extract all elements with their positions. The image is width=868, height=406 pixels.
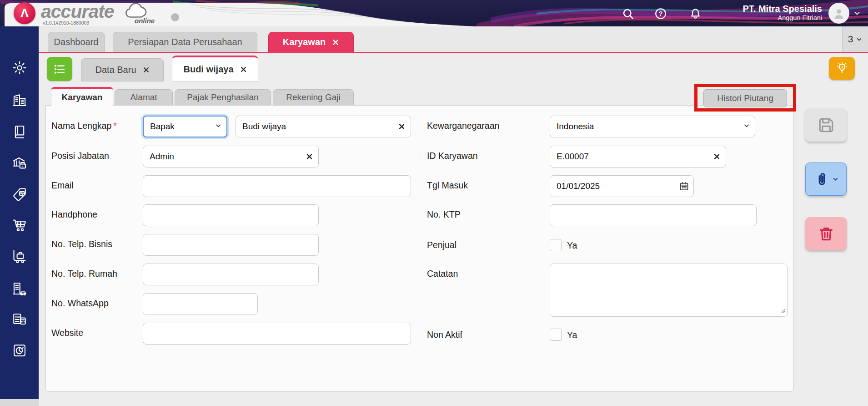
lightbulb-icon xyxy=(835,61,849,75)
clear-icon[interactable] xyxy=(713,153,720,160)
non-aktif-label: Non Aktif xyxy=(427,330,462,340)
delete-trash-icon xyxy=(817,225,835,243)
website-input[interactable] xyxy=(143,323,411,345)
section-tab-label: Pajak Penghasilan xyxy=(187,92,258,102)
avatar[interactable] xyxy=(828,3,849,24)
close-icon[interactable] xyxy=(240,66,247,73)
record-list-button[interactable] xyxy=(47,57,72,81)
posisi-jabatan-field xyxy=(143,146,319,167)
telp-bisnis-label: No. Telp. Bisnis xyxy=(51,239,112,249)
required-asterisk: * xyxy=(113,121,117,131)
karyawan-form-card: Nama Lengkap* Posisi Jabatan Email Handp… xyxy=(45,105,794,392)
clear-icon[interactable] xyxy=(306,153,313,160)
record-tab-budi-wijaya[interactable]: Budi wijaya xyxy=(172,56,258,81)
telp-bisnis-field xyxy=(143,234,319,256)
nav-sidebar: Rp xyxy=(0,26,39,399)
company-buildings-icon[interactable] xyxy=(10,91,29,110)
app-header: Λ accurate v1.0.1#2910-1880003 online ? … xyxy=(0,0,868,26)
nama-lengkap-field xyxy=(236,116,411,137)
id-karyawan-label: ID Karyawan xyxy=(427,151,478,161)
hint-lightbulb-button[interactable] xyxy=(829,57,855,80)
svg-text:Rp: Rp xyxy=(20,192,24,195)
handphone-label: Handphone xyxy=(51,209,97,220)
catatan-field xyxy=(550,264,788,317)
section-tab-label: Karyawan xyxy=(62,92,103,102)
non-aktif-checkbox-label: Ya xyxy=(567,330,577,340)
company-name: PT. Mitra Spesialis xyxy=(709,3,822,14)
nama-lengkap-input[interactable] xyxy=(236,116,411,137)
kewarganegaraan-select[interactable]: Indonesia xyxy=(550,116,755,137)
save-floppy-icon xyxy=(816,115,836,135)
save-button[interactable] xyxy=(805,108,847,142)
telp-rumah-field xyxy=(143,264,319,285)
purchase-cart-icon[interactable] xyxy=(10,216,29,235)
no-ktp-input[interactable] xyxy=(550,204,757,226)
asset-building-car-icon[interactable] xyxy=(10,279,29,298)
penjual-checkbox-label: Ya xyxy=(567,240,577,251)
section-tab-alamat[interactable]: Alamat xyxy=(115,89,173,106)
help-icon[interactable]: ? xyxy=(652,5,669,22)
clear-icon[interactable] xyxy=(398,123,405,130)
tab-label: Persiapan Data Perusahaan xyxy=(128,37,242,47)
penjual-checkbox[interactable] xyxy=(550,239,562,251)
bell-icon[interactable] xyxy=(687,5,704,22)
record-tab-label: Data Baru xyxy=(95,65,136,75)
tax-documents-icon[interactable]: TAX xyxy=(10,310,29,329)
calendar-icon[interactable] xyxy=(679,181,689,192)
email-field xyxy=(143,175,411,197)
whatsapp-label: No. WhatsApp xyxy=(51,298,109,309)
attachment-button[interactable] xyxy=(805,162,847,196)
search-icon[interactable] xyxy=(619,5,637,22)
open-tabs-count[interactable]: 3 xyxy=(842,26,868,52)
chevron-down-icon xyxy=(856,36,863,43)
list-icon xyxy=(53,62,66,76)
catatan-label: Catatan xyxy=(427,269,458,279)
record-tab-data-baru[interactable]: Data Baru xyxy=(81,58,164,81)
section-tab-histori-piutang[interactable]: Histori Piutang xyxy=(703,89,787,107)
section-tab-label: Rekening Gaji xyxy=(286,92,340,102)
kewarganegaraan-select-value: Indonesia xyxy=(557,122,594,132)
close-icon[interactable] xyxy=(332,39,339,46)
telp-bisnis-input[interactable] xyxy=(143,234,319,256)
telp-rumah-label: No. Telp. Rumah xyxy=(51,269,117,279)
tab-persiapan-data-perusahaan[interactable]: Persiapan Data Perusahaan xyxy=(113,32,257,52)
chevron-down-icon xyxy=(832,176,839,183)
handphone-field xyxy=(143,204,319,226)
tab-label: Karyawan xyxy=(283,37,326,47)
bank-cash-icon[interactable] xyxy=(10,153,29,173)
count-label: 3 xyxy=(848,34,853,45)
svg-text:TAX: TAX xyxy=(15,315,20,318)
section-tab-rekening-gaji[interactable]: Rekening Gaji xyxy=(273,89,354,106)
non-aktif-checkbox[interactable] xyxy=(550,329,562,341)
tab-dashboard[interactable]: Dashboard xyxy=(48,32,105,52)
ledger-book-icon[interactable] xyxy=(10,122,29,141)
settings-gear-icon[interactable] xyxy=(10,58,29,77)
email-input[interactable] xyxy=(143,175,411,197)
sidebar-footer xyxy=(0,399,39,406)
id-karyawan-input[interactable] xyxy=(550,146,726,167)
tab-karyawan[interactable]: Karyawan xyxy=(268,32,354,52)
tgl-masuk-input[interactable] xyxy=(550,175,694,197)
title-select-value: Bapak xyxy=(150,122,175,132)
telp-rumah-input[interactable] xyxy=(143,264,319,285)
posisi-jabatan-input[interactable] xyxy=(143,146,319,167)
catatan-textarea[interactable] xyxy=(550,264,788,317)
chevron-down-icon xyxy=(215,122,222,132)
website-label: Website xyxy=(51,328,83,338)
whatsapp-input[interactable] xyxy=(143,293,258,315)
no-ktp-field xyxy=(550,204,757,226)
delete-button[interactable] xyxy=(805,217,847,250)
price-tag-rp-icon[interactable]: Rp xyxy=(10,185,29,204)
section-tab-karyawan[interactable]: Karyawan xyxy=(51,87,113,106)
account-chevron-down-icon[interactable] xyxy=(853,9,861,19)
window-tab-bar: Dashboard Persiapan Data Perusahaan Kary… xyxy=(39,26,868,53)
online-label: online xyxy=(135,17,155,25)
kewarganegaraan-label: Kewarganegaraan xyxy=(427,121,499,131)
title-select[interactable]: Bapak xyxy=(143,116,227,137)
inventory-trolley-icon[interactable] xyxy=(10,247,29,266)
handphone-input[interactable] xyxy=(143,204,319,226)
report-chart-icon[interactable] xyxy=(10,341,29,360)
close-icon[interactable] xyxy=(143,66,150,73)
section-tab-pajak-penghasilan[interactable]: Pajak Penghasilan xyxy=(175,89,271,106)
posisi-jabatan-label: Posisi Jabatan xyxy=(51,151,109,161)
